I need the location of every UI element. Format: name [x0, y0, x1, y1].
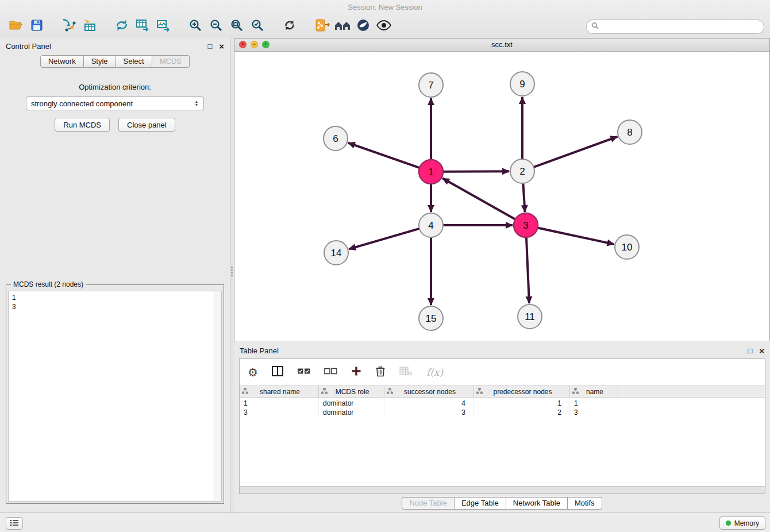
- delete-column-button[interactable]: [375, 365, 386, 379]
- close-panel-icon[interactable]: ×: [219, 42, 224, 51]
- graph-edge-1-6[interactable]: [348, 143, 419, 168]
- tab-style[interactable]: Style: [84, 55, 116, 68]
- export-image-button[interactable]: [153, 17, 174, 36]
- first-neighbors-button[interactable]: [311, 17, 332, 36]
- graph-node-label-15: 15: [426, 313, 437, 324]
- column-header-3[interactable]: predecessor nodes: [474, 386, 570, 397]
- result-scrollbar[interactable]: [214, 291, 221, 501]
- style-brush-button[interactable]: [353, 17, 374, 36]
- tab-select[interactable]: Select: [116, 55, 152, 68]
- table-row[interactable]: 1dominator411: [240, 399, 765, 408]
- graph-node-label-8: 8: [627, 127, 632, 138]
- sort-icon: [572, 388, 579, 396]
- export-table-button[interactable]: [132, 17, 153, 36]
- tab-network[interactable]: Network: [40, 55, 84, 68]
- table-settings-button[interactable]: ⚙: [248, 367, 258, 378]
- style-brush-icon: [356, 18, 370, 34]
- refresh-layout-button[interactable]: [279, 17, 300, 36]
- memory-label: Memory: [734, 519, 759, 527]
- column-header-4[interactable]: name: [570, 386, 618, 397]
- minimize-window-icon[interactable]: −: [251, 41, 258, 48]
- graph-node-label-4: 4: [428, 220, 433, 231]
- open-file-button[interactable]: [6, 17, 26, 36]
- close-panel-button[interactable]: Close panel: [118, 118, 175, 132]
- table-tabs: Node TableEdge TableNetwork TableMotifs: [234, 497, 770, 510]
- network-window-titlebar[interactable]: scc.txt × − +: [234, 38, 769, 52]
- mcds-result-list: 13: [9, 291, 221, 311]
- zoom-window-icon[interactable]: +: [262, 41, 270, 48]
- graph-node-label-14: 14: [331, 248, 342, 259]
- save-session-button[interactable]: [26, 17, 47, 36]
- graph-edge-3-1[interactable]: [442, 178, 515, 219]
- task-history-button[interactable]: [6, 517, 23, 530]
- memory-button[interactable]: Memory: [719, 516, 765, 530]
- float-panel-icon[interactable]: □: [207, 43, 212, 50]
- reload-network-button[interactable]: [111, 17, 132, 36]
- control-panel: Control Panel □ × NetworkStyleSelectMCDS…: [0, 38, 230, 512]
- splitter-grip[interactable]: [231, 267, 233, 277]
- list-icon: [10, 518, 19, 529]
- network-graph[interactable]: 7968124314101511: [234, 52, 769, 341]
- graph-edge-3-11[interactable]: [526, 237, 529, 303]
- deselect-all-columns-button[interactable]: [324, 367, 337, 377]
- graph-node-label-6: 6: [333, 133, 338, 144]
- search-input[interactable]: [602, 22, 759, 31]
- column-header-2[interactable]: successor nodes: [384, 386, 474, 397]
- zoom-selected-button[interactable]: [247, 17, 268, 36]
- import-network-icon: [61, 18, 76, 34]
- graph-node-label-7: 7: [428, 80, 433, 91]
- table-body: 1dominator4113dominator323: [240, 398, 765, 486]
- graph-edge-2-3[interactable]: [523, 183, 525, 212]
- cell: 3: [240, 408, 319, 417]
- float-table-panel-icon[interactable]: □: [748, 347, 752, 354]
- graph-edge-2-8[interactable]: [534, 137, 618, 167]
- table-horizontal-scrollbar[interactable]: [240, 486, 765, 494]
- status-bar: Memory: [0, 512, 770, 532]
- table-row[interactable]: 3dominator323: [240, 408, 765, 417]
- import-table-button[interactable]: [79, 17, 100, 36]
- graph-edge-3-10[interactable]: [538, 228, 614, 244]
- sort-icon: [321, 388, 328, 396]
- tab-mcds[interactable]: MCDS: [152, 55, 190, 68]
- zoom-in-button[interactable]: [185, 17, 206, 36]
- zoom-out-button[interactable]: [206, 17, 226, 36]
- cell: 1: [240, 399, 319, 408]
- run-mcds-button[interactable]: Run MCDS: [55, 118, 110, 132]
- network-window-title: scc.txt: [234, 38, 769, 51]
- zoom-out-icon: [209, 18, 223, 34]
- import-network-button[interactable]: [59, 17, 79, 36]
- search-box[interactable]: [586, 20, 764, 34]
- show-columns-button[interactable]: [272, 366, 283, 379]
- refresh-icon: [283, 18, 297, 34]
- tab-node-table[interactable]: Node Table: [402, 497, 455, 510]
- optimization-dropdown[interactable]: strongly connected component ▲▼: [26, 97, 204, 110]
- sort-icon: [387, 388, 393, 396]
- dropdown-stepper-icon: ▲▼: [192, 100, 203, 107]
- column-header-1[interactable]: MCDS role: [319, 386, 384, 397]
- tab-motifs[interactable]: Motifs: [568, 497, 602, 510]
- sort-icon: [242, 388, 248, 396]
- close-table-panel-icon[interactable]: ×: [759, 346, 764, 355]
- select-all-columns-button[interactable]: [297, 367, 310, 377]
- graph-edge-4-14[interactable]: [349, 229, 419, 249]
- home-overview-button[interactable]: [332, 17, 353, 36]
- cell: 1: [474, 399, 570, 408]
- main-toolbar: [0, 15, 770, 38]
- show-hide-button[interactable]: [374, 17, 394, 36]
- cell: 1: [570, 399, 618, 408]
- window-title: Session: New Session: [0, 0, 770, 15]
- function-builder-button-disabled: f(x): [426, 367, 443, 378]
- network-canvas[interactable]: 7968124314101511: [234, 52, 769, 341]
- graph-edge-1-2[interactable]: [443, 171, 509, 172]
- zoom-fit-button[interactable]: [226, 17, 247, 36]
- tab-network-table[interactable]: Network Table: [506, 497, 568, 510]
- cell: 4: [384, 399, 474, 408]
- memory-status-icon: [726, 521, 731, 526]
- column-header-0[interactable]: shared name: [240, 386, 319, 397]
- create-column-button[interactable]: [351, 366, 361, 379]
- delete-table-icon: [399, 367, 413, 379]
- tab-edge-table[interactable]: Edge Table: [455, 497, 506, 510]
- graph-node-label-1: 1: [428, 167, 433, 178]
- close-window-icon[interactable]: ×: [239, 41, 247, 48]
- control-panel-header: Control Panel □ ×: [0, 38, 230, 54]
